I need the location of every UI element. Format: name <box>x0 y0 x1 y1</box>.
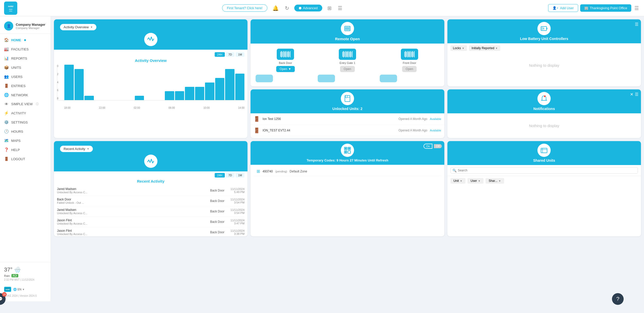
svg-rect-64 <box>345 148 346 149</box>
top-nav: noké smart entry First Tenant? Click her… <box>0 0 644 16</box>
unit-door-icon-1: 🚪 <box>254 116 260 122</box>
add-user-button[interactable]: 👤+ Add User <box>548 4 578 12</box>
lock-extra-3 <box>380 75 397 82</box>
battery-filters: Locks ▼ Initially Reported ▼ <box>447 43 641 53</box>
shared-icon-circle <box>537 144 551 157</box>
sidebar-item-activity[interactable]: ⚡ ACTIVITY <box>0 108 51 118</box>
tenant-button[interactable]: First Tenant? Click here! <box>222 4 267 12</box>
user-info: Company Manager Company Manager <box>16 23 45 30</box>
sidebar-label-settings: SETTINGS <box>11 120 28 124</box>
recent-door-3: Back Door <box>210 210 228 213</box>
activity-icon-circle <box>144 33 157 46</box>
unit-name-1: Ion Test 1256 <box>262 117 396 121</box>
refresh-icon[interactable]: ↻ <box>284 4 290 12</box>
grid-icon[interactable]: ⊞ <box>326 4 333 12</box>
unit-status-1: Available <box>430 117 441 120</box>
chart-y-labels: 86420 <box>57 65 58 100</box>
unit-name-2: ION_TEST EVT2.44 <box>262 129 396 132</box>
shared-filter-unit[interactable]: Unit ▼ <box>450 178 465 184</box>
recent-dropdown[interactable]: Recent Activity ▼ <box>60 146 93 152</box>
toggle-on-button[interactable]: On <box>423 144 432 149</box>
chat-float-button[interactable]: 💬 28 <box>0 293 6 305</box>
recent-time-btn-24h[interactable]: 24H <box>215 173 225 178</box>
nav-center: First Tenant? Click here! 🔔 ↻ Advanced ⊞… <box>20 4 545 12</box>
recent-desc-1: Unlocked By Access C... <box>57 191 208 194</box>
backdoor-open-button[interactable]: Open ▼ <box>276 66 295 72</box>
chart-bar <box>225 69 235 100</box>
notif-list-button[interactable]: ☰ <box>635 92 638 97</box>
sidebar-item-maps[interactable]: 🗺️ MAPS <box>0 136 51 145</box>
sidebar-item-units[interactable]: 📦 UNITS <box>0 63 51 72</box>
activity-dropdown[interactable]: Activity Overview ▼ <box>60 24 96 30</box>
sidebar-item-entries[interactable]: 🚪 ENTRIES <box>0 81 51 90</box>
recent-date-5: 11/11/2024 <box>230 229 244 232</box>
activity-card-header: Activity Overview ▼ <box>54 19 247 50</box>
facilities-icon: 🏭 <box>4 47 9 51</box>
notif-view-buttons: ✕ ☰ <box>630 92 638 97</box>
battery-empty-state: Nothing to display <box>447 53 641 78</box>
recent-desc-4: Unlocked By Access C... <box>57 222 208 225</box>
remote-title: Remote Open <box>335 37 360 41</box>
remote-refresh-button[interactable]: ↻ <box>438 22 442 28</box>
user-role: Company Manager <box>16 26 45 30</box>
chart-bar <box>64 65 74 100</box>
shared-search-row: 🔍 <box>447 165 641 176</box>
sidebar-item-simple-view[interactable]: 👁 SIMPLE VIEW ⓘ <box>0 100 51 108</box>
svg-rect-65 <box>348 148 350 149</box>
help-float-button[interactable]: ? <box>612 293 624 305</box>
frontdoor-open-button[interactable]: Open <box>402 66 417 72</box>
bell-icon[interactable]: 🔔 <box>271 4 280 12</box>
remote-icon-circle <box>341 22 354 35</box>
recent-name-5: Jason Flint <box>57 229 208 233</box>
sidebar-item-users[interactable]: 👥 USERS <box>0 72 51 81</box>
advanced-button[interactable]: Advanced <box>294 5 322 11</box>
shared-filter-user[interactable]: User ▼ <box>467 178 484 184</box>
sidebar-item-hours[interactable]: 🕐 HOURS <box>0 127 51 136</box>
more-icon[interactable]: ☰ <box>633 4 640 12</box>
chart-bar <box>75 69 84 100</box>
battery-list-button[interactable]: ☰ <box>635 22 638 27</box>
recent-door-4: Back Door <box>210 220 228 224</box>
sidebar-item-network[interactable]: 🌐 NETWORK <box>0 90 51 100</box>
svg-rect-13 <box>279 51 292 58</box>
chart-bar <box>215 78 225 100</box>
units-icon: 📦 <box>4 65 9 70</box>
recent-time-5: 3:38 PM <box>230 232 244 235</box>
sidebar-label-maps: MAPS <box>11 139 21 143</box>
sidebar-item-home[interactable]: 🏠 HOME <box>0 35 51 45</box>
recent-time-btn-1m[interactable]: 1M <box>236 173 244 178</box>
toggle-row: On Off <box>423 144 442 149</box>
list-icon[interactable]: ☰ <box>337 4 343 12</box>
language-button[interactable]: 🌐 EN ▼ <box>13 288 25 291</box>
time-btn-1m[interactable]: 1M <box>236 52 244 57</box>
shared-search-input[interactable] <box>450 167 638 174</box>
temp-code-num-1: 493740 <box>262 170 273 173</box>
time-btn-7d[interactable]: 7D <box>226 52 235 57</box>
sidebar-item-reports[interactable]: 📊 REPORTS <box>0 54 51 63</box>
shared-filter-share[interactable]: Shar... ▼ <box>486 178 504 184</box>
sidebar-item-settings[interactable]: ⚙️ SETTINGS <box>0 118 51 127</box>
recent-time-btn-7d[interactable]: 7D <box>226 173 235 178</box>
notif-close-button[interactable]: ✕ <box>630 92 633 97</box>
sidebar-item-logout[interactable]: 🚪 LOGOUT <box>0 154 51 164</box>
sidebar-weather: 37° 🌧️ Rain AQI 2:32 PM MST | 11/12/2024 <box>0 262 51 284</box>
lock-icon-entrygate <box>339 49 356 60</box>
shared-units-card: Shared Units 🔍 Unit ▼ User ▼ Shar... <box>447 141 641 236</box>
time-buttons: 24H 7D 1M <box>57 52 244 57</box>
toggle-off-button[interactable]: Off <box>434 144 442 148</box>
sidebar-item-facilities[interactable]: 🏭 FACILITIES <box>0 45 51 54</box>
time-btn-24h[interactable]: 24H <box>215 52 225 57</box>
sidebar-item-help[interactable]: ❓ HELP <box>0 145 51 154</box>
notif-icon-circle <box>537 92 551 105</box>
entrygate-open-button[interactable]: Open <box>340 66 355 72</box>
temp-code-row-1: ⊞ 493740 (pending) Default Zone <box>254 167 441 176</box>
user-plus-icon: 👤+ <box>552 6 559 10</box>
info-icon: ⓘ <box>36 102 39 106</box>
weather-temp: 37° <box>4 266 12 273</box>
office-button[interactable]: 🏢 Thanksgiving Point Office <box>580 4 631 12</box>
recent-name-3: Jared Madsen <box>57 208 208 212</box>
battery-filter-reported[interactable]: Initially Reported ▼ <box>469 45 500 51</box>
unit-door-icon-2: 🚪 <box>254 127 260 133</box>
battery-filter-locks[interactable]: Locks ▼ <box>450 45 467 51</box>
sidebar-label-help: HELP <box>11 148 20 152</box>
